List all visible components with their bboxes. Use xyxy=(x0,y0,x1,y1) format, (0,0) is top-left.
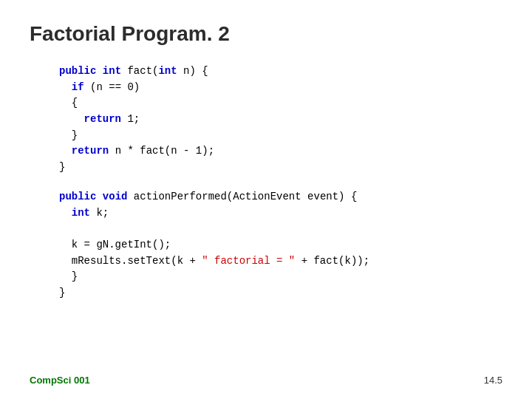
code-section-action: public void actionPerformed(ActionEvent … xyxy=(59,189,502,301)
code-line-2: if (n == 0) xyxy=(59,80,502,96)
code-line-6: return n * fact(n - 1); xyxy=(59,143,502,160)
code-line-14: } xyxy=(59,285,502,301)
course-label: CompSci 001 xyxy=(30,375,90,386)
code-line-7: } xyxy=(59,160,502,176)
code-line-11: k = gN.getInt(); xyxy=(59,237,502,253)
code-section-fact: public int fact(int n) { if (n == 0) { r… xyxy=(59,64,502,176)
slide: Factorial Program. 2 public int fact(int… xyxy=(0,0,532,399)
code-block: public int fact(int n) { if (n == 0) { r… xyxy=(59,64,502,301)
code-line-13: } xyxy=(59,269,502,285)
code-line-1: public int fact(int n) { xyxy=(59,64,502,80)
code-line-10 xyxy=(59,221,502,237)
footer: CompSci 001 14.5 xyxy=(30,375,502,386)
code-line-5: } xyxy=(59,128,502,144)
code-line-4: return 1; xyxy=(59,112,502,128)
code-line-8: public void actionPerformed(ActionEvent … xyxy=(59,189,502,205)
code-line-9: int k; xyxy=(59,205,502,222)
page-title: Factorial Program. 2 xyxy=(30,22,502,46)
page-number: 14.5 xyxy=(484,375,502,386)
code-line-3: { xyxy=(59,95,502,112)
code-line-12: mResults.setText(k + " factorial = " + f… xyxy=(59,253,502,270)
